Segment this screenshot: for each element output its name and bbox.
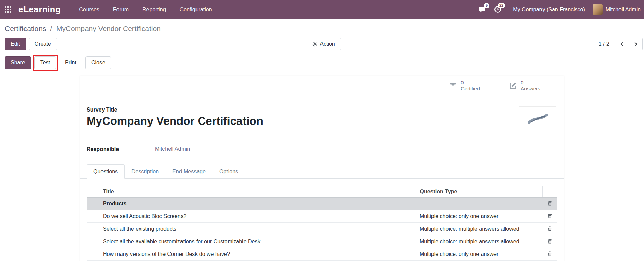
messages-badge: 5	[484, 3, 489, 8]
trophy-icon	[449, 82, 457, 90]
apps-menu-button[interactable]	[0, 0, 16, 19]
row-drag-handle[interactable]	[87, 198, 100, 210]
delete-row-button[interactable]	[547, 213, 553, 219]
menu-configuration[interactable]: Configuration	[173, 0, 219, 19]
survey-form-sheet: 0 Certified 0 Answers Survey Title MyCom…	[80, 76, 564, 261]
certified-label: Certified	[461, 86, 480, 92]
pager-next-button[interactable]	[629, 38, 643, 50]
question-title-cell[interactable]: Do we sell Acoustic Bloc Screens?	[100, 210, 417, 223]
answers-stat-button[interactable]: 0 Answers	[504, 76, 564, 95]
pager-previous-button[interactable]	[615, 38, 629, 50]
action-menu-button[interactable]: Action	[307, 38, 341, 50]
question-type-cell[interactable]: Multiple choice: only one answer	[417, 210, 542, 223]
menu-courses[interactable]: Courses	[72, 0, 106, 19]
row-drag-handle[interactable]	[87, 210, 100, 223]
table-row-question-4[interactable]: How many versions of the Corner Desk do …	[87, 248, 557, 261]
messages-systray-button[interactable]: 5	[474, 0, 490, 19]
delete-row-button[interactable]	[547, 250, 553, 257]
action-label: Action	[320, 41, 335, 47]
app-brand[interactable]: eLearning	[18, 4, 61, 15]
test-button-wrapper: Test	[34, 56, 56, 69]
section-title-cell[interactable]: Products	[100, 198, 417, 210]
questions-table: Title Question Type Products Do we sell …	[87, 186, 557, 261]
survey-title[interactable]: MyCompany Vendor Certification	[87, 114, 263, 128]
activities-badge: 22	[498, 3, 505, 8]
create-button[interactable]: Create	[29, 38, 57, 50]
gear-icon	[312, 42, 317, 47]
trash-icon	[547, 201, 552, 206]
stat-button-box: 0 Certified 0 Answers	[80, 76, 564, 95]
actions-column-header	[542, 186, 557, 198]
trash-icon	[547, 251, 552, 257]
menu-forum[interactable]: Forum	[106, 0, 136, 19]
question-type-cell[interactable]: Multiple choice: only one answer	[417, 248, 542, 261]
row-drag-handle[interactable]	[87, 248, 100, 261]
answers-count: 0	[521, 79, 523, 86]
breadcrumb: Certifications / MyCompany Vendor Certif…	[0, 19, 644, 33]
survey-title-label: Survey Title	[87, 106, 263, 113]
survey-image[interactable]	[519, 106, 556, 129]
responsible-field-row: Responsible Mitchell Admin	[80, 144, 564, 154]
section-type-cell[interactable]	[417, 198, 542, 210]
question-title-cell[interactable]: Select all the existing products	[100, 223, 417, 235]
table-row-section-products[interactable]: Products	[87, 198, 557, 210]
chevron-right-icon	[633, 42, 638, 46]
apps-grid-icon	[5, 6, 11, 13]
pager-value: 1 / 2	[599, 41, 609, 47]
question-type-cell[interactable]: Multiple choice: multiple answers allowe…	[417, 235, 542, 248]
type-column-header[interactable]: Question Type	[417, 186, 542, 198]
table-row-question-1[interactable]: Do we sell Acoustic Bloc Screens? Multip…	[87, 210, 557, 223]
pager	[615, 38, 643, 50]
tab-options[interactable]: Options	[213, 164, 245, 179]
table-row-question-3[interactable]: Select all the available customizations …	[87, 235, 557, 248]
handle-column-header	[87, 186, 100, 198]
table-row-question-2[interactable]: Select all the existing products Multipl…	[87, 223, 557, 235]
user-avatar	[593, 4, 603, 15]
title-column-header[interactable]: Title	[100, 186, 417, 198]
responsible-label: Responsible	[87, 146, 151, 153]
question-type-cell[interactable]: Multiple choice: multiple answers allowe…	[417, 223, 542, 235]
certified-stat-button[interactable]: 0 Certified	[444, 76, 504, 95]
survey-image-scribble-icon	[519, 107, 556, 129]
menu-reporting[interactable]: Reporting	[136, 0, 173, 19]
question-title-cell[interactable]: How many versions of the Corner Desk do …	[100, 248, 417, 261]
certified-count: 0	[461, 79, 464, 86]
delete-row-button[interactable]	[547, 200, 553, 207]
notebook-tabs: Questions Description End Message Option…	[80, 164, 564, 179]
trash-icon	[547, 226, 552, 231]
status-button-row: Share Test Print Close	[0, 50, 644, 69]
activities-systray-button[interactable]: 22	[490, 0, 505, 19]
question-title-cell[interactable]: Select all the available customizations …	[100, 235, 417, 248]
row-drag-handle[interactable]	[87, 223, 100, 235]
chevron-left-icon	[620, 42, 624, 46]
top-navbar: eLearning Courses Forum Reporting Config…	[0, 0, 644, 19]
delete-row-button[interactable]	[547, 225, 553, 232]
pencil-square-icon	[509, 82, 517, 90]
breadcrumb-certifications-link[interactable]: Certifications	[5, 25, 46, 32]
tab-questions[interactable]: Questions	[87, 164, 125, 179]
answers-label: Answers	[521, 86, 540, 92]
user-name: Mitchell Admin	[606, 6, 641, 13]
control-panel: Certifications / MyCompany Vendor Certif…	[0, 19, 644, 69]
trash-icon	[547, 213, 552, 219]
table-header-row: Title Question Type	[87, 186, 557, 198]
tab-description[interactable]: Description	[125, 164, 166, 179]
tab-end-message[interactable]: End Message	[166, 164, 213, 179]
close-button[interactable]: Close	[85, 56, 111, 69]
delete-row-button[interactable]	[547, 238, 553, 245]
company-switcher[interactable]: My Company (San Francisco)	[513, 6, 585, 13]
breadcrumb-current: MyCompany Vendor Certification	[56, 25, 161, 32]
responsible-value-link[interactable]: Mitchell Admin	[155, 146, 190, 152]
row-drag-handle[interactable]	[87, 235, 100, 248]
test-button[interactable]: Test	[34, 56, 56, 69]
breadcrumb-separator: /	[50, 25, 52, 32]
user-menu[interactable]: Mitchell Admin	[593, 4, 641, 15]
share-button[interactable]: Share	[5, 56, 31, 69]
trash-icon	[547, 238, 552, 244]
edit-button[interactable]: Edit	[5, 38, 26, 50]
print-button[interactable]: Print	[59, 56, 82, 69]
